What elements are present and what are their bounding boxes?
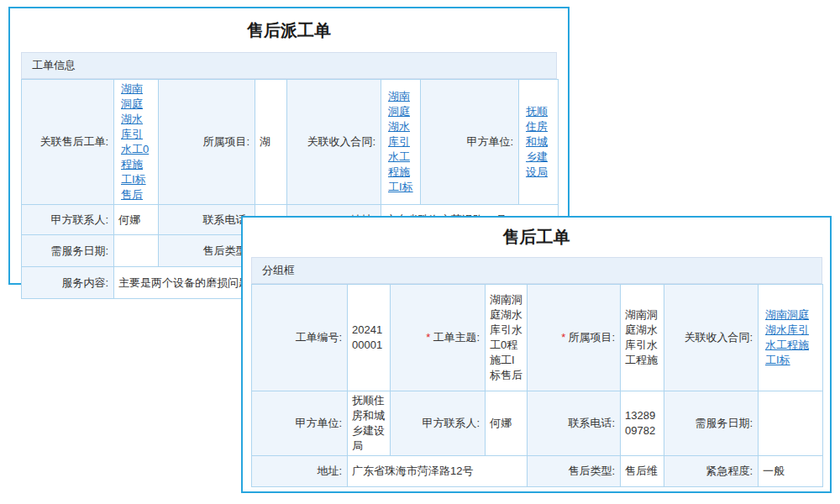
required-asterisk: * [561,331,565,344]
party-a-unit-value: 抚顺住房和城乡建设局 [348,391,391,456]
income-contract-link[interactable]: 湖南洞庭湖水库引水工程施工I标 [388,90,413,193]
address-value: 广东省珠海市菏泽路12号 [348,456,528,487]
party-a-contact-value: 何娜 [486,391,528,456]
order-subject-value: 湖南洞庭湖水库引水工0程施工I标售后 [486,285,528,391]
aftersales-order-title: 售后工单 [243,218,830,257]
project-label: *所属项目: [528,285,621,391]
urgency-value: 一般 [759,456,823,487]
party-a-unit-label: 甲方单位: [252,391,348,456]
service-date-label: 需服务日期: [664,391,759,456]
urgency-label: 紧急程度: [664,456,759,487]
table-row: 地址: 广东省珠海市菏泽路12号 售后类型: 售后维 紧急程度: 一般 [252,456,823,487]
phone-label: 联系电话: [528,391,621,456]
table-row: 工单编号: 2024100001 *工单主题: 湖南洞庭湖水库引水工0程施工I标… [252,285,823,391]
table-row: 关联售后工单: 湖南洞庭湖水库引水工0程施工I标售后 所属项目: 湖 关联收入合… [22,80,559,205]
income-contract-value-cell: 湖南洞庭湖水库引水工程施工I标 [381,80,421,205]
required-asterisk: * [426,331,430,344]
service-date-value [114,235,159,267]
related-order-label: 关联售后工单: [22,80,114,205]
project-label-text: 所属项目: [568,331,615,344]
service-date-label: 需服务日期: [22,235,114,267]
aftersales-order-table: 工单编号: 2024100001 *工单主题: 湖南洞庭湖水库引水工0程施工I标… [251,284,823,487]
aftersales-order-window: 售后工单 分组框 工单编号: 2024100001 *工单主题: 湖南洞庭湖水库… [241,216,832,493]
order-no-label: 工单编号: [252,285,348,391]
related-order-value-cell: 湖南洞庭湖水库引水工0程施工I标售后 [114,80,159,205]
dispatch-section-header: 工单信息 [21,52,557,79]
party-a-unit-label: 甲方单位: [421,80,519,205]
service-date-value [759,391,823,456]
project-value: 湖 [255,80,287,205]
dispatch-order-title: 售后派工单 [10,8,568,52]
table-row: 甲方单位: 抚顺住房和城乡建设局 甲方联系人: 何娜 联系电话: 1328909… [252,391,823,456]
aftersales-section-header: 分组框 [251,257,822,284]
party-a-contact-label: 甲方联系人: [22,205,114,235]
income-contract-value-cell: 湖南洞庭湖水库引水工程施工I标 [759,285,823,391]
order-subject-label-text: 工单主题: [433,331,480,344]
aftersales-type-label: 售后类型: [528,456,621,487]
party-a-unit-value-cell: 抚顺住房和城乡建设局 [519,80,559,205]
address-label: 地址: [252,456,348,487]
project-label: 所属项目: [159,80,255,205]
service-content-label: 服务内容: [22,267,114,299]
income-contract-label: 关联收入合同: [664,285,759,391]
aftersales-type-value: 售后维 [621,456,664,487]
project-value: 湖南洞庭湖水库引水工程施 [621,285,664,391]
income-contract-label: 关联收入合同: [287,80,381,205]
party-a-contact-label: 甲方联系人: [391,391,486,456]
order-no-value: 2024100001 [348,285,391,391]
party-a-contact-value: 何娜 [114,205,159,235]
phone-value: 1328909782 [621,391,664,456]
income-contract-link[interactable]: 湖南洞庭湖水库引水工程施工I标 [765,308,809,366]
order-subject-label: *工单主题: [391,285,486,391]
related-order-link[interactable]: 湖南洞庭湖水库引水工0程施工I标售后 [121,82,149,201]
party-a-unit-link[interactable]: 抚顺住房和城乡建设局 [526,105,548,178]
